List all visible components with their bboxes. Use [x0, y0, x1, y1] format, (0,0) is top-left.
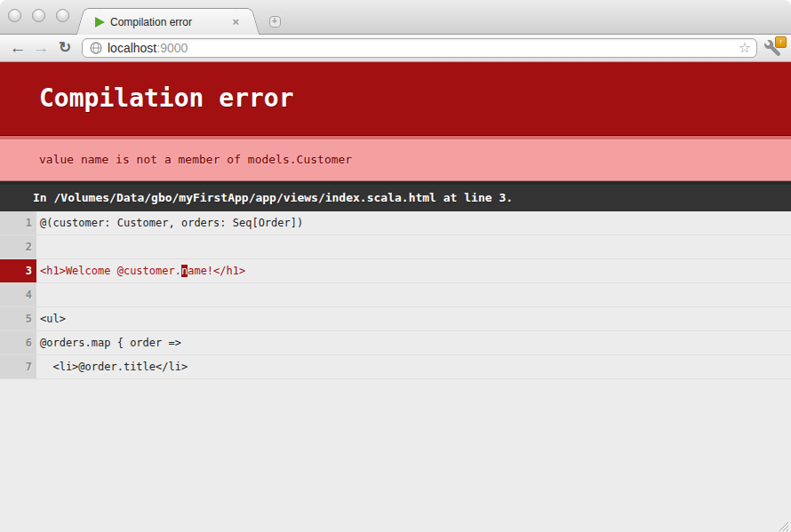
- play-favicon-icon: [95, 17, 105, 28]
- zoom-window-button[interactable]: [56, 9, 69, 22]
- upgrade-badge-icon: ↑: [775, 36, 787, 48]
- line-code: @orders.map { order =>: [36, 331, 791, 354]
- line-number: 2: [0, 235, 36, 258]
- close-window-button[interactable]: [8, 9, 21, 22]
- line-code: <li>@order.title</li>: [36, 355, 791, 378]
- line-number: 4: [0, 283, 36, 306]
- code-before-marker: <h1>Welcome @customer.: [40, 265, 181, 277]
- address-bar[interactable]: localhost:9000 ☆: [82, 38, 757, 58]
- bookmark-star-icon[interactable]: ☆: [739, 41, 751, 55]
- line-code: <h1>Welcome @customer.name!</h1>: [36, 259, 791, 282]
- line-number: 5: [0, 307, 36, 330]
- browser-toolbar: ← → ↻ localhost:9000 ☆ ↑: [0, 35, 791, 62]
- line-code: [36, 235, 791, 258]
- line-number: 1: [0, 211, 36, 234]
- browser-window: Compilation error × + ← → ↻ localhost:90…: [0, 0, 791, 532]
- error-location: In /Volumes/Data/gbo/myFirstApp/app/view…: [0, 181, 791, 211]
- url-port: :9000: [156, 41, 188, 55]
- globe-icon: [90, 42, 102, 54]
- resize-grip[interactable]: [777, 520, 789, 532]
- tab-title: Compilation error: [110, 16, 228, 28]
- error-page: Compilation error value name is not a me…: [0, 62, 791, 532]
- reload-button[interactable]: ↻: [54, 36, 76, 60]
- browser-menu-button[interactable]: ↑: [764, 38, 786, 58]
- forward-button[interactable]: →: [30, 36, 52, 60]
- back-button[interactable]: ←: [7, 36, 28, 60]
- page-title: Compilation error: [0, 62, 791, 136]
- code-line-error: 3 <h1>Welcome @customer.name!</h1>: [0, 259, 791, 283]
- line-number: 6: [0, 331, 36, 354]
- code-line: 4: [0, 283, 791, 307]
- line-code: <ul>: [36, 307, 791, 330]
- url-host: localhost: [108, 41, 156, 55]
- line-number: 7: [0, 355, 36, 378]
- new-tab-button[interactable]: +: [260, 14, 289, 29]
- code-line: 6 @orders.map { order =>: [0, 331, 791, 355]
- code-after-marker: ame!</h1>: [188, 265, 245, 277]
- tab-close-icon[interactable]: ×: [228, 16, 243, 28]
- error-detail: value name is not a member of models.Cus…: [0, 136, 791, 181]
- line-code: @(customer: Customer, orders: Seq[Order]…: [36, 211, 791, 234]
- code-line: 2: [0, 235, 791, 259]
- browser-titlebar: Compilation error × +: [0, 0, 791, 35]
- code-line: 1 @(customer: Customer, orders: Seq[Orde…: [0, 211, 791, 235]
- window-controls: [8, 9, 69, 22]
- tab-compilation-error[interactable]: Compilation error ×: [90, 8, 246, 35]
- url-text: localhost:9000: [108, 41, 739, 55]
- plus-icon: +: [269, 16, 281, 28]
- code-line: 5 <ul>: [0, 307, 791, 331]
- minimize-window-button[interactable]: [32, 9, 45, 22]
- page-background: [0, 441, 791, 532]
- code-line: 7 <li>@order.title</li>: [0, 355, 791, 379]
- line-code: [36, 283, 791, 306]
- line-number: 3: [0, 259, 36, 282]
